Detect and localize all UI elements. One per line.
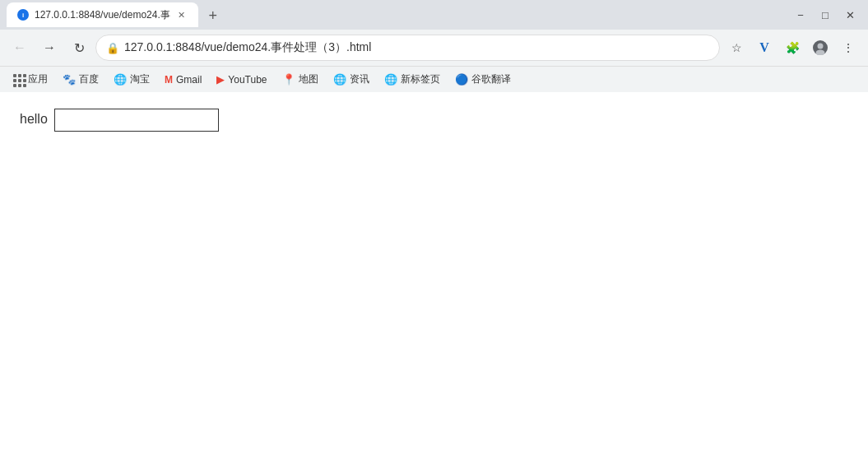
svg-text:i: i <box>22 12 24 19</box>
back-button[interactable]: ← <box>7 35 33 61</box>
bookmark-apps[interactable]: 应用 <box>7 69 54 90</box>
nav-right-buttons: ☆ V 🧩 ⋮ <box>723 35 861 61</box>
bookmarks-bar: 应用 🐾 百度 🌐 淘宝 M Gmail ▶ YouTube 📍 地图 🌐 资讯 <box>0 66 868 92</box>
tab-title: 127.0.0.1:8848/vue/demo24.事 <box>35 8 170 22</box>
bookmark-taobao[interactable]: 🌐 淘宝 <box>107 69 156 90</box>
youtube-icon: ▶ <box>216 73 225 86</box>
chrome-menu-button[interactable]: ⋮ <box>835 35 861 61</box>
forward-button[interactable]: → <box>36 35 63 61</box>
page-content: hello <box>0 92 868 459</box>
tab-favicon: i <box>16 8 30 21</box>
tab-close-button[interactable]: ✕ <box>175 8 188 21</box>
baidu-icon: 🐾 <box>63 73 76 86</box>
title-bar: i 127.0.0.1:8848/vue/demo24.事 ✕ + − □ ✕ <box>0 0 868 30</box>
bookmark-star-button[interactable]: ☆ <box>723 35 750 61</box>
extensions-button[interactable]: 🧩 <box>779 35 805 61</box>
security-icon: 🔒 <box>106 42 119 54</box>
bookmark-translate[interactable]: 🔵 谷歌翻译 <box>448 69 518 90</box>
hello-input[interactable] <box>54 109 219 132</box>
translate-icon: 🔵 <box>455 73 468 86</box>
bookmark-translate-label: 谷歌翻译 <box>471 72 511 86</box>
address-bar[interactable]: 🔒 127.0.0.1:8848/vue/demo24.事件处理（3）.html <box>95 35 720 61</box>
bookmark-apps-label: 应用 <box>28 72 48 86</box>
new-tab-button[interactable]: + <box>202 4 225 27</box>
profile-button[interactable] <box>807 35 833 61</box>
bookmark-news[interactable]: 🌐 资讯 <box>327 69 376 90</box>
bookmark-youtube-label: YouTube <box>228 74 267 86</box>
bookmark-taobao-label: 淘宝 <box>130 72 150 86</box>
active-tab[interactable]: i 127.0.0.1:8848/vue/demo24.事 ✕ <box>7 2 198 27</box>
navigation-bar: ← → ↻ 🔒 127.0.0.1:8848/vue/demo24.事件处理（3… <box>0 30 868 66</box>
vuetify-extension-button[interactable]: V <box>751 35 777 61</box>
apps-icon <box>13 74 25 86</box>
bookmark-gmail-label: Gmail <box>176 74 202 86</box>
hello-label: hello <box>20 112 48 127</box>
bookmark-maps[interactable]: 📍 地图 <box>276 69 325 90</box>
bookmark-news-label: 资讯 <box>350 72 369 86</box>
bookmark-baidu[interactable]: 🐾 百度 <box>56 69 105 90</box>
tab-strip: i 127.0.0.1:8848/vue/demo24.事 ✕ + <box>7 2 789 27</box>
bookmark-gmail[interactable]: M Gmail <box>158 71 208 89</box>
news-icon: 🌐 <box>333 73 346 86</box>
minimize-button[interactable]: − <box>789 3 812 26</box>
bookmark-youtube[interactable]: ▶ YouTube <box>210 70 273 89</box>
bookmark-newtab[interactable]: 🌐 新标签页 <box>378 69 447 90</box>
taobao-icon: 🌐 <box>114 73 127 86</box>
maximize-button[interactable]: □ <box>814 3 837 26</box>
bookmark-newtab-label: 新标签页 <box>401 72 440 86</box>
close-button[interactable]: ✕ <box>838 3 861 26</box>
newtab-icon: 🌐 <box>384 73 397 86</box>
browser-frame: i 127.0.0.1:8848/vue/demo24.事 ✕ + − □ ✕ … <box>0 0 868 459</box>
bookmark-maps-label: 地图 <box>299 72 318 86</box>
svg-point-3 <box>818 44 824 49</box>
refresh-button[interactable]: ↻ <box>66 35 92 61</box>
maps-icon: 📍 <box>282 73 295 86</box>
bookmark-baidu-label: 百度 <box>79 72 99 86</box>
gmail-icon: M <box>165 74 173 86</box>
address-text: 127.0.0.1:8848/vue/demo24.事件处理（3）.html <box>124 40 709 55</box>
window-controls: − □ ✕ <box>789 3 861 26</box>
